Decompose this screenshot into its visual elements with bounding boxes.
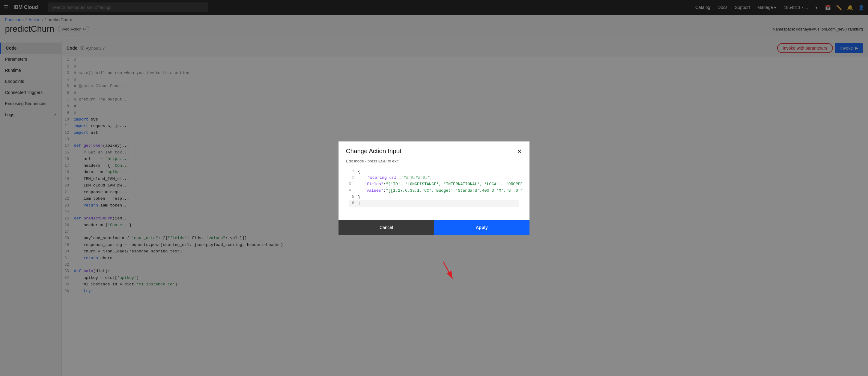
modal-header: Change Action Input ✕ [339, 141, 529, 159]
apply-button[interactable]: Apply [434, 220, 529, 235]
modal-code-line: 3 "fields":"['ID', 'LONGDISTANCE', 'INTE… [349, 181, 519, 188]
modal-close-button[interactable]: ✕ [517, 148, 522, 155]
modal-code-editor[interactable]: 1 { 2 "scoring_url":"##########", 3 "fie… [346, 166, 522, 215]
modal-code-line: 4 "values":"[[1,27,6,33,1,'CC','Budget',… [349, 188, 519, 194]
modal-footer: Cancel Apply [339, 220, 529, 235]
modal-overlay[interactable]: Change Action Input ✕ Edit mode - press … [0, 0, 868, 376]
modal-edit-hint: Edit mode - press ESC to exit [339, 159, 529, 166]
modal-code-line-cursor: 6 | [349, 200, 519, 207]
modal-code-line: 5 } [349, 194, 519, 201]
cancel-button[interactable]: Cancel [339, 220, 434, 235]
change-action-input-modal: Change Action Input ✕ Edit mode - press … [339, 141, 529, 235]
modal-code-line: 1 { [349, 169, 519, 175]
modal-code-line: 2 "scoring_url":"##########", [349, 175, 519, 181]
svg-line-1 [443, 262, 453, 279]
modal-title: Change Action Input [346, 148, 401, 155]
arrow-annotation [437, 259, 462, 283]
